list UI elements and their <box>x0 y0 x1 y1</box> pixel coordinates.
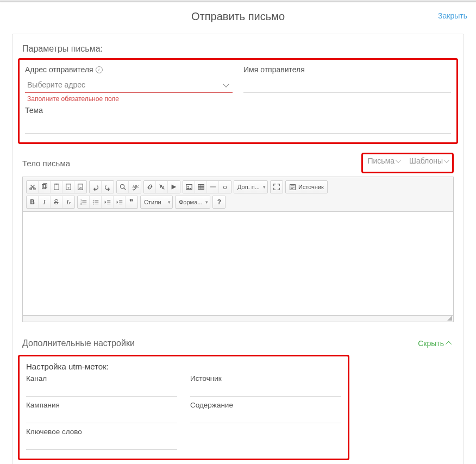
source-button[interactable]: Источник <box>286 181 327 193</box>
form-container: Параметры письма: Адрес отправителя i За… <box>12 34 464 464</box>
special-char-button[interactable]: Ω <box>219 181 231 193</box>
svg-point-10 <box>120 185 124 189</box>
utm-highlight-box: Настройка utm-меток: Канал Источник Камп… <box>18 355 349 460</box>
tab-templates-label: Шаблоны <box>409 156 443 165</box>
image-button[interactable] <box>183 181 195 193</box>
params-highlight-box: Адрес отправителя i Заполните обязательн… <box>18 58 458 144</box>
redo-button[interactable] <box>102 181 114 193</box>
params-heading: Параметры письма: <box>22 44 458 54</box>
sender-address-select[interactable] <box>25 77 233 93</box>
svg-text:W: W <box>79 186 82 190</box>
tab-templates[interactable]: Шаблоны <box>409 156 448 165</box>
svg-text:3: 3 <box>80 203 82 205</box>
hide-advanced-button[interactable]: Скрыть <box>418 339 452 348</box>
undo-button[interactable] <box>90 181 102 193</box>
utm-source-label: Источник <box>190 374 341 383</box>
anchor-button[interactable] <box>168 181 180 193</box>
utm-keyword-label: Ключевое слово <box>26 428 177 436</box>
utm-keyword-input[interactable] <box>26 437 177 450</box>
sender-address-label: Адрес отправителя <box>25 65 93 74</box>
spellcheck-button[interactable]: ABC <box>129 181 141 193</box>
table-button[interactable] <box>195 181 207 193</box>
indent-button[interactable] <box>114 196 126 208</box>
bold-button[interactable]: B <box>27 196 39 208</box>
info-icon[interactable]: i <box>96 66 103 73</box>
modal-header: Отправить письмо Закрыть <box>0 2 476 28</box>
help-button[interactable]: ? <box>213 196 225 208</box>
chevron-down-icon <box>224 82 229 87</box>
body-heading: Тело письма <box>22 159 70 168</box>
svg-point-22 <box>92 204 93 205</box>
svg-text:Ω: Ω <box>223 184 227 190</box>
svg-point-21 <box>92 202 93 203</box>
copy-button[interactable] <box>39 181 51 193</box>
extra-dropdown[interactable]: Доп. п... <box>234 181 267 193</box>
editor-resize-strip[interactable] <box>23 315 453 322</box>
utm-heading: Настройка utm-меток: <box>26 362 341 371</box>
format-dropdown[interactable]: Форма... <box>176 196 210 208</box>
svg-rect-4 <box>54 184 59 190</box>
styles-dropdown[interactable]: Стили <box>141 196 172 208</box>
paste-text-button[interactable]: T <box>62 181 74 193</box>
chevron-down-icon <box>396 158 401 163</box>
numbered-list-button[interactable]: 123 <box>78 196 90 208</box>
sender-name-label: Имя отправителя <box>243 65 305 74</box>
sender-name-input[interactable] <box>243 77 451 93</box>
chevron-up-icon <box>446 341 452 347</box>
utm-content-input[interactable] <box>190 410 341 423</box>
svg-point-13 <box>187 186 189 187</box>
advanced-heading: Дополнительные настройки <box>22 338 135 348</box>
svg-rect-5 <box>55 184 58 185</box>
subject-label: Тема <box>25 106 43 115</box>
utm-channel-label: Канал <box>26 374 177 383</box>
hr-button[interactable] <box>207 181 219 193</box>
tab-letters[interactable]: Письма <box>367 156 399 165</box>
strike-button[interactable]: S <box>51 196 62 208</box>
link-button[interactable] <box>144 181 156 193</box>
unlink-button[interactable] <box>156 181 168 193</box>
italic-button[interactable]: I <box>39 196 51 208</box>
cut-button[interactable] <box>27 181 39 193</box>
tab-letters-label: Письма <box>367 156 394 165</box>
sender-address-error: Заполните обязательное поле <box>27 95 233 103</box>
paste-word-button[interactable]: W <box>74 181 86 193</box>
hide-label: Скрыть <box>418 339 444 348</box>
close-button[interactable]: Закрыть <box>438 11 467 20</box>
chevron-down-icon <box>444 158 449 163</box>
source-label: Источник <box>298 184 324 190</box>
outdent-button[interactable] <box>102 196 114 208</box>
remove-format-button[interactable]: Ix <box>62 196 74 208</box>
svg-text:ABC: ABC <box>133 185 139 189</box>
tabs-highlight-box: Письма Шаблоны <box>361 153 454 173</box>
find-button[interactable] <box>117 181 129 193</box>
svg-text:T: T <box>67 186 70 190</box>
editor-toolbar: T W ABC <box>23 177 453 212</box>
utm-channel-input[interactable] <box>26 384 177 397</box>
svg-rect-14 <box>198 185 204 190</box>
sender-address-field: Адрес отправителя i Заполните обязательн… <box>25 65 233 103</box>
rich-text-editor: T W ABC <box>22 177 454 322</box>
resize-handle-icon <box>447 316 452 321</box>
editor-content-area[interactable] <box>23 212 453 315</box>
blockquote-button[interactable]: ❞ <box>126 196 137 208</box>
utm-content-label: Содержание <box>190 401 341 409</box>
modal-title: Отправить письмо <box>191 10 285 23</box>
maximize-button[interactable] <box>271 181 283 193</box>
subject-input[interactable] <box>25 118 451 134</box>
sender-name-field: Имя отправителя <box>243 65 451 103</box>
paste-button[interactable] <box>51 181 62 193</box>
utm-campaign-label: Кампания <box>26 401 177 409</box>
utm-campaign-input[interactable] <box>26 410 177 423</box>
svg-point-20 <box>92 200 93 201</box>
bullet-list-button[interactable] <box>90 196 102 208</box>
utm-source-input[interactable] <box>190 384 341 397</box>
